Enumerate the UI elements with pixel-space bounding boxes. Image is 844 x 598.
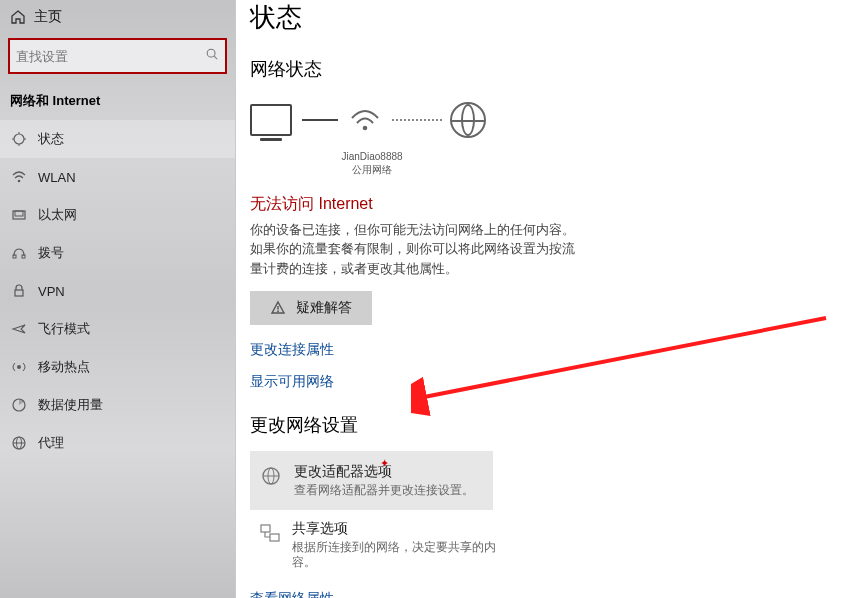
svg-point-2	[14, 134, 24, 144]
svg-point-0	[207, 49, 215, 57]
troubleshoot-label: 疑难解答	[296, 299, 352, 317]
sharing-icon	[258, 520, 282, 544]
globe-icon	[450, 102, 486, 138]
network-type-text: 公用网络	[250, 164, 480, 177]
svg-rect-12	[15, 290, 23, 296]
dialup-icon	[10, 244, 28, 262]
data-usage-icon	[10, 396, 28, 414]
sharing-options-desc: 根据所连接到的网络，决定要共享的内容。	[292, 540, 498, 570]
cursor-mark-icon: ✦	[380, 457, 389, 470]
sidebar-item-datausage[interactable]: 数据使用量	[0, 386, 235, 424]
show-available-networks-link[interactable]: 显示可用网络	[250, 373, 844, 391]
no-internet-title: 无法访问 Internet	[250, 194, 844, 215]
adapter-options-row[interactable]: 更改适配器选项 查看网络适配器并更改连接设置。 ✦	[250, 451, 493, 510]
sidebar-item-label: VPN	[38, 284, 65, 299]
sharing-options-row[interactable]: 共享选项 根据所连接到的网络，决定要共享的内容。	[250, 510, 498, 580]
sidebar-item-airplane[interactable]: 飞行模式	[0, 310, 235, 348]
search-box[interactable]	[8, 38, 227, 74]
sidebar-item-ethernet[interactable]: 以太网	[0, 196, 235, 234]
svg-point-20	[277, 310, 279, 312]
wifi-icon	[10, 168, 28, 186]
wifi-label-block: JianDiao8888 公用网络	[250, 151, 480, 176]
network-status-heading: 网络状态	[250, 57, 844, 81]
main-content: 状态 网络状态 JianDiao8888 公用网络 无法访问 Internet …	[236, 0, 844, 598]
search-input[interactable]	[10, 45, 225, 68]
advanced-options: 更改适配器选项 查看网络适配器并更改连接设置。 ✦ 共享选项 根据所连接到的网络…	[250, 451, 844, 580]
sidebar-item-hotspot[interactable]: 移动热点	[0, 348, 235, 386]
connection-line-dotted	[392, 119, 442, 121]
svg-rect-24	[261, 525, 270, 532]
svg-point-18	[363, 126, 368, 131]
sharing-options-title: 共享选项	[292, 520, 498, 538]
ethernet-icon	[10, 206, 28, 224]
svg-rect-10	[13, 255, 16, 258]
sidebar-item-label: 代理	[38, 434, 64, 452]
warning-icon	[270, 300, 286, 316]
change-connection-props-link[interactable]: 更改连接属性	[250, 341, 844, 359]
sidebar-section-title: 网络和 Internet	[0, 88, 235, 120]
pc-icon	[250, 104, 292, 136]
sidebar: 主页 网络和 Internet 状态 WLAN 以太网	[0, 0, 236, 598]
page-title: 状态	[250, 0, 844, 35]
status-icon	[10, 130, 28, 148]
svg-rect-11	[22, 255, 25, 258]
svg-point-7	[18, 180, 21, 183]
network-diagram	[250, 95, 844, 145]
sidebar-item-wlan[interactable]: WLAN	[0, 158, 235, 196]
svg-line-1	[214, 56, 217, 59]
svg-rect-25	[270, 534, 279, 541]
sidebar-item-label: 移动热点	[38, 358, 90, 376]
sidebar-item-label: 状态	[38, 130, 64, 148]
sidebar-item-proxy[interactable]: 代理	[0, 424, 235, 462]
search-icon	[205, 47, 219, 65]
svg-point-13	[17, 365, 21, 369]
connection-line-solid	[302, 119, 338, 121]
proxy-icon	[10, 434, 28, 452]
troubleshoot-button[interactable]: 疑难解答	[250, 291, 372, 325]
sidebar-item-vpn[interactable]: VPN	[0, 272, 235, 310]
sidebar-item-status[interactable]: 状态	[0, 120, 235, 158]
sidebar-nav: 状态 WLAN 以太网 拨号 VPN 飞行模式	[0, 120, 235, 462]
sidebar-item-label: 飞行模式	[38, 320, 90, 338]
hotspot-icon	[10, 358, 28, 376]
sidebar-item-label: 数据使用量	[38, 396, 103, 414]
sidebar-item-dialup[interactable]: 拨号	[0, 234, 235, 272]
wifi-signal-icon	[348, 106, 382, 134]
home-label: 主页	[34, 8, 62, 26]
ssid-text: JianDiao8888	[250, 151, 480, 164]
svg-rect-9	[15, 211, 23, 216]
adapter-icon	[258, 463, 284, 487]
no-internet-body: 你的设备已连接，但你可能无法访问网络上的任何内容。如果你的流量套餐有限制，则你可…	[250, 221, 580, 279]
home-icon	[10, 9, 26, 25]
airplane-icon	[10, 320, 28, 338]
network-properties-link[interactable]: 查看网络属性	[250, 590, 844, 598]
sidebar-item-label: 拨号	[38, 244, 64, 262]
sidebar-item-label: 以太网	[38, 206, 77, 224]
vpn-icon	[10, 282, 28, 300]
change-net-settings-heading: 更改网络设置	[250, 413, 844, 437]
home-link[interactable]: 主页	[0, 0, 235, 34]
sidebar-item-label: WLAN	[38, 170, 76, 185]
adapter-options-desc: 查看网络适配器并更改连接设置。	[294, 483, 474, 498]
